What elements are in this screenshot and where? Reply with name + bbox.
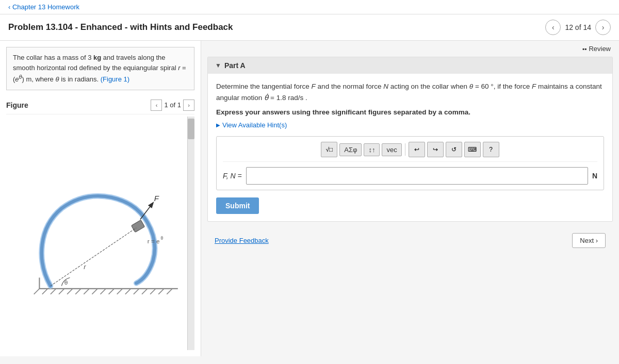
submit-button[interactable]: Submit: [216, 197, 259, 214]
review-label: Review: [589, 45, 611, 53]
svg-line-8: [84, 289, 89, 294]
toolbar: √□ AΣφ ↕↑ vec ↩ ↪ ↺ ⌨ ?: [223, 142, 597, 162]
part-a-body: Determine the tangential force F and the…: [208, 74, 612, 221]
part-arrow-icon: ▼: [215, 62, 221, 69]
svg-line-3: [42, 289, 48, 294]
help-button[interactable]: ?: [483, 142, 499, 157]
breadcrumb-bar: Chapter 13 Homework: [0, 0, 619, 14]
svg-line-10: [101, 289, 106, 294]
part-a-section: ▼ Part A Determine the tangential force …: [207, 57, 613, 222]
figure-next-button[interactable]: ›: [183, 100, 194, 111]
svg-text:r = e: r = e: [148, 238, 160, 245]
problem-header: Problem 13.104 - Enhanced - with Hints a…: [0, 14, 619, 41]
feedback-row: Provide Feedback Next ›: [207, 228, 613, 253]
undo-button[interactable]: ↩: [409, 142, 425, 157]
part-a-header[interactable]: ▼ Part A: [208, 57, 612, 74]
sqrt-button[interactable]: √□: [321, 142, 337, 157]
problem-count: 12 of 14: [565, 23, 591, 31]
figure-canvas: F r θ r = e θ: [6, 117, 194, 350]
svg-line-5: [59, 289, 64, 294]
review-link[interactable]: ▪▪ Review: [582, 45, 611, 53]
review-icon: ▪▪: [582, 45, 587, 53]
main-layout: The collar has a mass of 3 kg and travel…: [0, 41, 619, 356]
keyboard-button[interactable]: ⌨: [464, 142, 481, 157]
svg-line-14: [134, 289, 139, 294]
next-button[interactable]: Next ›: [572, 233, 606, 248]
svg-line-13: [125, 289, 131, 294]
svg-line-9: [92, 289, 97, 294]
toolbar-sep-1: [405, 143, 405, 156]
answer-input[interactable]: [246, 167, 588, 185]
nav-controls: ‹ 12 of 14 ›: [545, 20, 611, 35]
question-text: Determine the tangential force F and the…: [216, 81, 604, 103]
figure-link[interactable]: (Figure 1): [101, 75, 129, 83]
problem-title: Problem 13.104 - Enhanced - with Hints a…: [8, 22, 233, 32]
figure-nav: ‹ 1 of 1 ›: [151, 100, 194, 111]
sqrt-icon: √□: [325, 146, 333, 153]
scrollbar[interactable]: [187, 117, 194, 350]
unit-label: N: [592, 172, 597, 180]
review-bar: ▪▪ Review: [201, 41, 619, 57]
figure-header: Figure ‹ 1 of 1 ›: [6, 96, 194, 114]
arrows-button[interactable]: ↕↑: [364, 143, 380, 156]
svg-text:r: r: [84, 263, 86, 271]
svg-line-12: [117, 289, 123, 294]
refresh-button[interactable]: ↺: [446, 142, 462, 157]
svg-text:θ: θ: [161, 236, 164, 241]
left-panel: The collar has a mass of 3 kg and travel…: [0, 41, 201, 356]
svg-line-4: [51, 289, 56, 294]
problem-statement: The collar has a mass of 3 kg and travel…: [6, 47, 194, 90]
figure-prev-button[interactable]: ‹: [151, 100, 162, 111]
svg-line-18: [167, 289, 172, 294]
problem-statement-text: The collar has a mass of 3 kg and travel…: [13, 54, 186, 83]
svg-text:θ: θ: [64, 279, 68, 286]
svg-text:F: F: [154, 194, 159, 203]
breadcrumb[interactable]: Chapter 13 Homework: [8, 3, 79, 11]
svg-rect-19: [131, 220, 144, 233]
right-panel: ▪▪ Review ▼ Part A Determine the tangent…: [201, 41, 619, 356]
svg-line-22: [51, 228, 136, 286]
svg-line-11: [109, 289, 115, 294]
figure-image: F r θ r = e θ: [6, 117, 194, 350]
svg-line-16: [150, 289, 156, 294]
figure-area: Figure ‹ 1 of 1 ›: [0, 96, 201, 356]
figure-label: Figure: [6, 101, 28, 109]
figure-count: 1 of 1: [164, 101, 181, 109]
alpha-button[interactable]: AΣφ: [339, 143, 362, 156]
feedback-link[interactable]: Provide Feedback: [215, 237, 269, 244]
svg-line-2: [34, 289, 40, 294]
answer-box: √□ AΣφ ↕↑ vec ↩ ↪ ↺ ⌨ ? F, N =: [216, 136, 604, 190]
redo-button[interactable]: ↪: [427, 142, 444, 157]
svg-line-6: [67, 289, 73, 294]
svg-line-15: [142, 289, 148, 294]
part-a-label: Part A: [224, 61, 246, 70]
input-row: F, N = N: [223, 167, 597, 185]
instruction-text: Express your answers using three signifi…: [216, 108, 604, 116]
hints-toggle[interactable]: ▶ View Available Hint(s): [216, 121, 604, 129]
svg-line-17: [158, 289, 164, 294]
input-label: F, N =: [223, 172, 242, 180]
scroll-thumb[interactable]: [188, 119, 194, 139]
vec-button[interactable]: vec: [382, 143, 401, 156]
hints-label: View Available Hint(s): [222, 121, 287, 129]
hints-arrow-icon: ▶: [216, 122, 220, 128]
svg-line-7: [75, 289, 81, 294]
prev-problem-button[interactable]: ‹: [545, 20, 561, 35]
next-problem-button[interactable]: ›: [595, 20, 611, 35]
